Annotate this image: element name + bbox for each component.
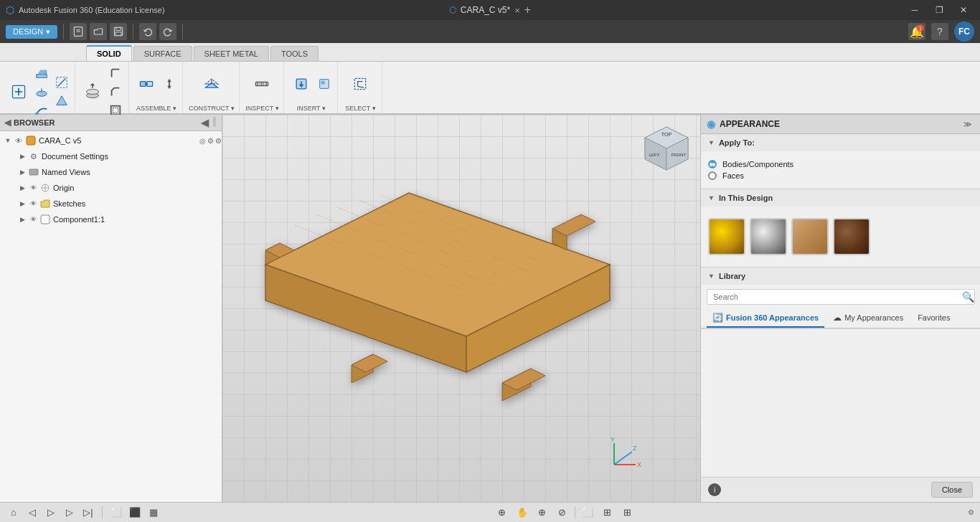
browser-item-origin[interactable]: ▶ 👁 Origin (0, 180, 222, 196)
save-icon[interactable] (110, 23, 127, 40)
layout-icon2[interactable]: ⬛ (127, 505, 143, 521)
root-gear-icon[interactable]: ⚙ (207, 137, 214, 145)
close-button[interactable]: ✕ (953, 3, 974, 17)
open-icon[interactable] (90, 23, 107, 40)
nav-back-icon[interactable]: ◁ (24, 505, 40, 521)
tab-tools[interactable]: TOOLS (270, 46, 319, 61)
design-button[interactable]: DESIGN ▾ (6, 25, 57, 39)
sketches-toggle[interactable]: ▶ (17, 199, 27, 209)
sketches-vis-icon[interactable]: 👁 (27, 198, 39, 209)
user-avatar[interactable]: FC (954, 22, 974, 42)
tab-my-appearances[interactable]: ☁ My Appearances (827, 309, 909, 328)
select-icon[interactable] (349, 72, 372, 95)
undo-icon[interactable] (139, 23, 156, 40)
in-this-design-section: ▼ In This Design (701, 189, 980, 267)
new-icon[interactable] (70, 23, 87, 40)
insert-label[interactable]: INSERT ▾ (297, 105, 326, 112)
press-pull-icon[interactable] (81, 80, 104, 103)
tab-sheet-metal[interactable]: SHEET METAL (194, 46, 269, 61)
view-cube-icon[interactable]: ⬜ (580, 505, 595, 521)
restore-button[interactable]: ❐ (928, 3, 950, 17)
browser-item-doc-settings[interactable]: ▶ ⚙ Document Settings (0, 148, 222, 164)
apply-to-header[interactable]: ▼ Apply To: (701, 134, 980, 151)
inspect-icons (250, 65, 273, 103)
new-tab-icon[interactable]: + (524, 4, 531, 16)
layout-icon3[interactable]: ▦ (146, 505, 161, 521)
browser-item-named-views[interactable]: ▶ Named Views (0, 164, 222, 180)
bodies-radio[interactable] (708, 160, 717, 169)
assemble-label[interactable]: ASSEMBLE ▾ (136, 105, 176, 112)
create-sketch-icon[interactable] (53, 74, 70, 91)
nav-forward-icon[interactable]: ▷ (62, 505, 77, 521)
select-label[interactable]: SELECT ▾ (345, 105, 375, 112)
material-wood-dark[interactable] (833, 218, 870, 255)
joint-icon[interactable] (135, 72, 158, 95)
in-this-design-header[interactable]: ▼ In This Design (701, 189, 980, 207)
display-icon[interactable]: ⊞ (620, 505, 636, 521)
origin-toggle[interactable]: ▶ (17, 183, 27, 193)
viewport[interactable]: TOP LEFT FRONT X Y Z (222, 115, 700, 502)
origin-vis-icon[interactable]: 👁 (27, 182, 39, 194)
material-gold[interactable] (708, 218, 745, 255)
measure-icon[interactable] (250, 72, 273, 95)
nav-end-icon[interactable]: ▷| (80, 505, 96, 521)
offset-plane-icon[interactable] (200, 72, 223, 95)
design-label: DESIGN (13, 27, 43, 36)
notification-icon[interactable]: 🔔 1 (908, 23, 925, 40)
tab-solid[interactable]: SOLID (86, 45, 132, 61)
root-pin-icon[interactable]: ◎ (199, 137, 206, 145)
tab-fusion360-appearances[interactable]: 🔄 Fusion 360 Appearances (707, 309, 824, 328)
svg-rect-5 (116, 32, 121, 36)
browser-collapse-icon[interactable]: ◀ (201, 117, 209, 128)
construct-label[interactable]: CONSTRUCT ▾ (189, 105, 235, 112)
ribbon-group-insert: INSERT ▾ (286, 62, 338, 113)
close-button[interactable]: Close (931, 482, 973, 498)
library-header[interactable]: ▼ Library (701, 267, 980, 285)
extrude-icon[interactable] (33, 65, 50, 82)
info-icon[interactable]: i (708, 483, 721, 496)
tab-surface[interactable]: SURFACE (133, 46, 192, 61)
root-vis-icon[interactable]: 👁 (13, 135, 24, 146)
fillet-icon[interactable] (107, 65, 124, 82)
material-wood-light[interactable] (791, 218, 829, 255)
named-views-toggle[interactable]: ▶ (17, 167, 27, 177)
origin-icon (39, 181, 52, 194)
appearance-expand-icon[interactable]: ≫ (961, 118, 974, 130)
nav-play-icon[interactable]: ▷ (43, 505, 59, 521)
tab-favorites[interactable]: Favorites (912, 309, 956, 328)
decal-icon[interactable] (316, 75, 333, 92)
zoom-icon[interactable]: ⊕ (534, 505, 550, 521)
insert-mesh-icon[interactable] (290, 72, 313, 95)
move-copy-icon[interactable] (161, 75, 178, 92)
help-icon[interactable]: ? (931, 23, 948, 40)
component1-vis-icon[interactable]: 👁 (27, 214, 39, 225)
browser-back-icon[interactable]: ◀ (4, 118, 11, 128)
doc-settings-toggle[interactable]: ▶ (17, 151, 27, 161)
close-tab-icon[interactable]: × (514, 5, 520, 16)
nav-home-icon[interactable]: ⌂ (6, 505, 22, 521)
browser-item-root[interactable]: ▼ 👁 CARA_C v5 ◎ ⚙ ⚙ (0, 133, 222, 148)
redo-icon[interactable] (159, 23, 176, 40)
material-silver[interactable] (750, 218, 787, 255)
browser-item-sketches[interactable]: ▶ 👁 Sketches (0, 196, 222, 212)
layout-icon1[interactable]: ⬜ (108, 505, 124, 521)
browser-item-component1[interactable]: ▶ 👁 Component1:1 (0, 212, 222, 227)
revolve-icon[interactable] (33, 83, 50, 100)
grid-icon[interactable]: ⊞ (600, 505, 616, 521)
minimize-button[interactable]: ─ (904, 3, 925, 17)
orbit-icon[interactable]: ⊕ (494, 505, 510, 521)
component1-toggle[interactable]: ▶ (17, 214, 27, 224)
root-settings-icon[interactable]: ⚙ (215, 137, 222, 145)
pan-icon[interactable]: ✋ (514, 505, 530, 521)
faces-radio[interactable] (708, 171, 717, 180)
chamfer-icon[interactable] (107, 83, 124, 100)
inspect-label[interactable]: INSPECT ▾ (245, 105, 278, 112)
file-icon: ⬡ (449, 5, 456, 15)
apply-to-section: ▼ Apply To: Bodies/Components Faces (701, 134, 980, 189)
form-icon[interactable] (53, 92, 70, 110)
zoom-fit-icon[interactable]: ⊘ (555, 505, 570, 521)
view-cube[interactable]: TOP LEFT FRONT (641, 123, 692, 174)
new-component-icon[interactable] (7, 80, 30, 103)
library-search-input[interactable] (707, 289, 975, 305)
root-toggle[interactable]: ▼ (3, 136, 13, 146)
